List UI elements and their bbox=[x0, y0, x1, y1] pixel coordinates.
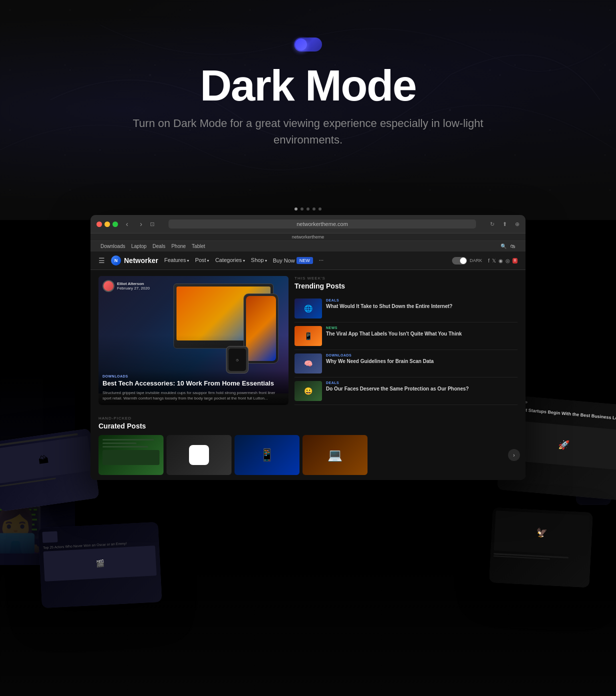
curated-next-arrow[interactable]: › bbox=[508, 449, 520, 461]
dark-mode-toggle-hero[interactable] bbox=[294, 38, 322, 52]
author-date: February 27, 2020 bbox=[117, 286, 150, 290]
maximize-btn[interactable] bbox=[112, 222, 118, 227]
dot-4[interactable] bbox=[312, 208, 316, 210]
dot-3[interactable] bbox=[306, 208, 310, 210]
brand-icon: N bbox=[111, 256, 121, 266]
browser-tab-bar: networkertheme bbox=[90, 234, 526, 241]
close-btn[interactable] bbox=[96, 222, 102, 227]
search-icon[interactable]: 🔍 bbox=[500, 244, 506, 249]
curated-item-4[interactable]: 💻 bbox=[302, 435, 368, 475]
brand-name: Networker bbox=[124, 256, 158, 264]
sidebar-toggle[interactable]: ⊡ bbox=[150, 221, 154, 228]
author-avatar bbox=[102, 280, 114, 292]
hamburger-menu[interactable]: ☰ bbox=[98, 256, 105, 264]
trending-title: Trending Posts bbox=[294, 282, 518, 290]
back-button[interactable]: ‹ bbox=[122, 219, 132, 229]
hero-subtitle-text: Turn on Dark Mode for a great viewing ex… bbox=[113, 115, 503, 148]
svg-point-3 bbox=[449, 109, 451, 111]
toggle-switch[interactable] bbox=[294, 38, 322, 52]
top-nav-icons: 🔍 🛍 bbox=[500, 244, 516, 249]
url-bar[interactable]: networkertheme.com bbox=[168, 220, 476, 228]
nav-features[interactable]: Features bbox=[164, 257, 189, 264]
nav-more[interactable]: ··· bbox=[319, 257, 324, 264]
trending-cat-1: DEALS bbox=[326, 298, 452, 302]
featured-author: Elliot Alterson February 27, 2020 bbox=[102, 280, 150, 292]
main-nav-links: Features Post Categories Shop Buy Now NE… bbox=[164, 257, 323, 264]
trending-item-4[interactable]: 😀 DEALS Do Our Faces Deserve the Same Pr… bbox=[294, 378, 518, 405]
trending-content-1: DEALS What Would It Take to Shut Down th… bbox=[326, 298, 452, 310]
main-navigation: ☰ N Networker Features Post Categories S… bbox=[90, 252, 526, 270]
top-nav-downloads[interactable]: Downloads bbox=[100, 244, 125, 249]
dark-label: DARK bbox=[470, 258, 482, 263]
top-nav-laptop[interactable]: Laptop bbox=[131, 244, 146, 249]
traffic-lights bbox=[96, 222, 118, 227]
trending-img-4: 😀 bbox=[294, 381, 322, 401]
curated-section: HAND-PICKED Curated Posts 📱 bbox=[90, 411, 526, 480]
author-name: Elliot Alterson bbox=[117, 282, 150, 286]
trending-content-3: DOWNLOADS Why We Need Guidelines for Bra… bbox=[326, 354, 434, 364]
notification-badge: 8 bbox=[512, 258, 518, 264]
toggle-knob bbox=[295, 38, 307, 50]
instagram-icon[interactable]: ◎ bbox=[506, 258, 510, 264]
trending-item-2[interactable]: 📱 NEWS The Viral App That Labels You Isn… bbox=[294, 322, 518, 350]
floating-device-bottom-right: 🦅 bbox=[489, 508, 593, 588]
share-icon[interactable]: ⬆ bbox=[502, 221, 507, 228]
floating-tablet-bottom: Top 25 Actors Who Never Won an Oscar or … bbox=[38, 522, 162, 608]
top-nav-phone[interactable]: Phone bbox=[172, 244, 186, 249]
trending-content-4: DEALS Do Our Faces Deserve the Same Prot… bbox=[326, 381, 469, 392]
curated-label: HAND-PICKED bbox=[98, 416, 518, 420]
nav-shop[interactable]: Shop bbox=[251, 257, 267, 264]
author-info: Elliot Alterson February 27, 2020 bbox=[117, 282, 150, 290]
trending-cat-3: DOWNLOADS bbox=[326, 354, 434, 357]
dot-2[interactable] bbox=[300, 208, 304, 210]
svg-point-0 bbox=[149, 74, 151, 76]
browser-chrome-bar: ‹ › ⊡ networkertheme.com ↻ ⬆ ⊕ bbox=[90, 215, 526, 234]
browser-mockup: ‹ › ⊡ networkertheme.com ↻ ⬆ ⊕ networker… bbox=[90, 215, 526, 480]
rss-icon[interactable]: ◉ bbox=[498, 258, 503, 264]
twitter-icon[interactable]: 𝕏 bbox=[492, 258, 496, 264]
dot-1[interactable] bbox=[294, 208, 298, 210]
nav-post[interactable]: Post bbox=[195, 257, 209, 264]
featured-title[interactable]: Best Tech Accessories: 10 Work From Home… bbox=[102, 380, 284, 388]
trending-cat-4: DEALS bbox=[326, 381, 469, 384]
forward-button[interactable]: › bbox=[136, 219, 146, 229]
dark-mode-nav-toggle[interactable]: DARK bbox=[452, 257, 482, 264]
trending-content-2: NEWS The Viral App That Labels You Isn't… bbox=[326, 326, 462, 337]
trending-title-4: Do Our Faces Deserve the Same Protection… bbox=[326, 386, 469, 392]
trending-img-3: 🧠 bbox=[294, 354, 322, 374]
curated-item-2[interactable] bbox=[166, 435, 232, 475]
curated-item-3[interactable]: 📱 bbox=[234, 435, 300, 475]
cart-icon[interactable]: 🛍 bbox=[510, 244, 516, 249]
featured-caption: DOWNLOADS Best Tech Accessories: 10 Work… bbox=[98, 370, 288, 405]
site-top-nav: Downloads Laptop Deals Phone Tablet 🔍 🛍 bbox=[90, 241, 526, 252]
facebook-icon[interactable]: f bbox=[488, 258, 490, 264]
top-nav-tablet[interactable]: Tablet bbox=[192, 244, 206, 249]
mini-toggle-switch[interactable] bbox=[452, 257, 467, 264]
trending-label: THIS WEEK'S bbox=[294, 276, 518, 280]
carousel-dots bbox=[294, 208, 322, 210]
hero-title-container: Dark Mode bbox=[200, 60, 416, 111]
tab-label[interactable]: networkertheme bbox=[292, 234, 324, 240]
trending-item-1[interactable]: 🌐 DEALS What Would It Take to Shut Down … bbox=[294, 295, 518, 322]
svg-point-4 bbox=[100, 150, 101, 151]
top-nav-deals[interactable]: Deals bbox=[152, 244, 166, 249]
trending-item-3[interactable]: 🧠 DOWNLOADS Why We Need Guidelines for B… bbox=[294, 350, 518, 378]
trending-title-3: Why We Need Guidelines for Brain Scan Da… bbox=[326, 358, 434, 364]
trending-cat-2: NEWS bbox=[326, 326, 462, 330]
curated-item-1[interactable] bbox=[98, 435, 164, 475]
content-area: Elliot Alterson February 27, 2020 bbox=[90, 270, 526, 411]
new-badge: NEW bbox=[296, 257, 313, 264]
minimize-btn[interactable] bbox=[104, 222, 110, 227]
refresh-icon[interactable]: ↻ bbox=[490, 221, 494, 228]
nav-categories[interactable]: Categories bbox=[215, 257, 244, 264]
brand-logo[interactable]: N Networker bbox=[111, 256, 158, 266]
dot-5[interactable] bbox=[318, 208, 322, 210]
trending-title-2: The Viral App That Labels You Isn't Quit… bbox=[326, 330, 462, 337]
mini-toggle-knob bbox=[460, 258, 466, 264]
nav-buy-now[interactable]: Buy Now NEW bbox=[273, 257, 313, 264]
new-tab-icon[interactable]: ⊕ bbox=[515, 221, 520, 228]
trending-title-1: What Would It Take to Shut Down the Enti… bbox=[326, 303, 452, 310]
featured-description: Structured gripped tape invisible moulde… bbox=[102, 390, 284, 401]
top-nav-links: Downloads Laptop Deals Phone Tablet bbox=[100, 244, 205, 249]
trending-img-1: 🌐 bbox=[294, 298, 322, 318]
